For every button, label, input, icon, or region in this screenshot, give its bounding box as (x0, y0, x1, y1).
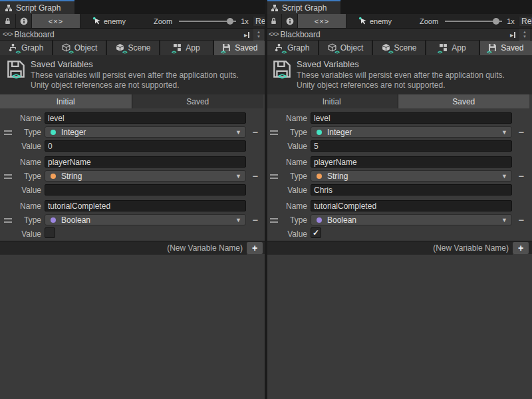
code-view-toggle[interactable]: <×> (32, 14, 80, 28)
scroll-up-icon[interactable]: ▲ (257, 30, 261, 35)
new-variable-name-input[interactable] (0, 241, 247, 255)
tab-scene[interactable]: <> Scene (107, 41, 159, 55)
tab-scene-label: Scene (394, 43, 417, 53)
subtab-initial-label: Initial (57, 97, 75, 106)
tab-saved[interactable]: <> Saved (214, 41, 266, 55)
variable-name-input[interactable] (311, 200, 512, 211)
check-icon: ✓ (313, 228, 319, 237)
scroll-down-icon[interactable]: ▼ (523, 35, 527, 39)
variable-value-input[interactable] (45, 184, 246, 196)
add-variable-button[interactable]: + (513, 242, 529, 254)
toolbar-middle: enemy Zoom 1x Rela (346, 14, 532, 28)
tab-graph[interactable]: <> Graph (0, 41, 52, 55)
code-view-toggle[interactable]: <×> (298, 14, 346, 28)
variable-value-input[interactable] (45, 140, 246, 152)
tab-saved-label: Saved (235, 43, 257, 53)
scene-tab-icon: <> (382, 43, 391, 53)
value-checkbox[interactable]: ✓ (311, 227, 321, 238)
chevron-down-icon: ▼ (235, 173, 241, 180)
subtab-saved-label: Saved (186, 97, 209, 106)
name-label: Name (266, 158, 307, 167)
lock-button[interactable] (266, 14, 282, 28)
remove-variable-button[interactable]: − (249, 213, 262, 226)
type-dropdown[interactable]: String ▼ (45, 170, 246, 182)
dock-icon[interactable]: ▸ (510, 31, 515, 39)
scroll-down-icon[interactable]: ▼ (257, 35, 261, 39)
tab-graph[interactable]: <> Graph (266, 41, 318, 55)
variable-category-tabs: <> Graph <> Object (266, 41, 532, 55)
new-variable-row: + (266, 241, 532, 254)
blackboard-icon: <×> (3, 31, 13, 38)
value-label: Value (266, 142, 307, 151)
zoom-slider[interactable] (445, 17, 502, 25)
new-variable-name-input[interactable] (266, 241, 513, 255)
remove-variable-button[interactable]: − (249, 170, 262, 182)
value-checkbox[interactable]: ✓ (45, 227, 55, 238)
scroll-arrows[interactable]: ▲ ▼ (253, 29, 264, 41)
variable-name-input[interactable] (45, 112, 246, 124)
tab-scene[interactable]: <> Scene (373, 41, 425, 55)
relations-button[interactable]: Rela (519, 17, 532, 26)
type-dropdown[interactable]: Boolean ▼ (311, 214, 512, 225)
lock-button[interactable] (0, 14, 16, 28)
zoom-slider-thumb[interactable] (227, 18, 233, 25)
scroll-up-icon[interactable]: ▲ (523, 30, 527, 35)
subtab-initial[interactable]: Initial (266, 94, 398, 108)
scene-tab-icon: <> (116, 43, 125, 53)
type-dropdown[interactable]: Integer ▼ (311, 126, 512, 138)
graph-pointer: enemy (92, 17, 126, 25)
remove-variable-button[interactable]: − (515, 126, 528, 138)
subtab-saved[interactable]: Saved (132, 94, 264, 108)
zoom-slider-thumb[interactable] (493, 18, 499, 25)
zoom-slider[interactable] (179, 17, 236, 25)
add-variable-button[interactable]: + (247, 242, 263, 254)
variable-value-input[interactable] (311, 184, 512, 196)
variable-list: Name Type Integer ▼ − Value Name Type (0, 108, 266, 240)
type-value: Integer (327, 128, 352, 137)
teal-code-icon: <> (438, 50, 442, 55)
variable-name-input[interactable] (45, 156, 246, 168)
variable-name-input[interactable] (311, 156, 512, 168)
relations-button[interactable]: Rela (253, 17, 266, 26)
info-button[interactable] (16, 14, 32, 28)
script-graph-icon (5, 4, 13, 12)
variable-name-input[interactable] (45, 200, 246, 211)
teal-code-icon: <> (122, 50, 126, 55)
blackboard-header-right: ▸ ▲ ▼ (510, 29, 532, 41)
lock-icon (4, 17, 11, 25)
blackboard-header: <×> Blackboard ▸ ▲ ▼ (0, 29, 266, 41)
object-tab-icon: <> (62, 43, 71, 53)
tab-object[interactable]: <> Object (319, 41, 371, 55)
tab-script-graph[interactable]: Script Graph (0, 0, 74, 14)
code-toggle-icon: <×> (315, 17, 329, 25)
variable-value-input[interactable] (311, 140, 512, 152)
tab-saved[interactable]: <> Saved (480, 41, 532, 55)
graph-name-label: enemy (104, 17, 126, 25)
graph-toolbar: <×> enemy Zoom 1x Rela (0, 14, 266, 29)
teal-code-icon: <> (69, 50, 73, 55)
blackboard-header-right: ▸ ▲ ▼ (244, 29, 266, 41)
remove-variable-button[interactable]: − (515, 213, 528, 226)
dock-icon[interactable]: ▸ (244, 31, 249, 39)
panel-divider[interactable] (265, 0, 267, 399)
tab-object[interactable]: <> Object (53, 41, 105, 55)
variable-name-input[interactable] (311, 112, 512, 124)
tab-app[interactable]: <> App (160, 41, 212, 55)
toolbar-middle: enemy Zoom 1x Rela (80, 14, 266, 28)
subtab-initial[interactable]: Initial (0, 94, 132, 108)
dock-bar (514, 32, 515, 38)
scroll-arrows[interactable]: ▲ ▼ (519, 29, 530, 41)
type-dropdown[interactable]: Integer ▼ (45, 126, 246, 138)
tab-app[interactable]: <> App (426, 41, 478, 55)
type-dropdown[interactable]: Boolean ▼ (45, 214, 246, 225)
tab-script-graph[interactable]: Script Graph (266, 0, 340, 14)
script-graph-panel: Script Graph <×> (0, 0, 266, 399)
graph-toolbar: <×> enemy Zoom 1x Rela (266, 14, 532, 29)
type-dropdown[interactable]: String ▼ (311, 170, 512, 182)
subtab-saved[interactable]: Saved (398, 94, 530, 108)
remove-variable-button[interactable]: − (249, 126, 262, 138)
remove-variable-button[interactable]: − (515, 170, 528, 182)
graph-name-label: enemy (370, 17, 392, 25)
tab-graph-label: Graph (287, 43, 309, 53)
info-button[interactable] (282, 14, 298, 28)
